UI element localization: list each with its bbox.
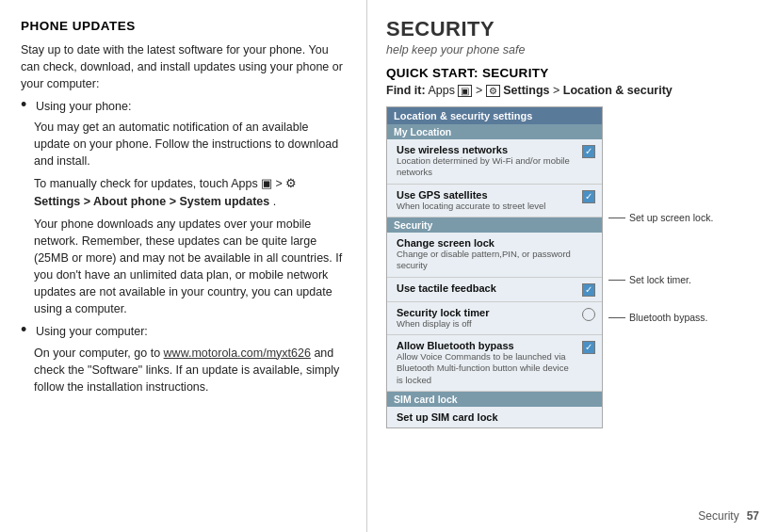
bullet1-sub2-end: .: [273, 195, 276, 208]
bullet-content-phone: Using your phone:: [36, 98, 346, 115]
settings-item-lock-timer[interactable]: Security lock timer When display is off: [387, 302, 602, 335]
item-screen-lock-text: Change screen lock Change or disable pat…: [397, 237, 595, 272]
bullet-content-computer: Using your computer:: [36, 323, 346, 340]
bullet1-sub2: To manually check for updates, touch App…: [34, 175, 346, 209]
item-lock-timer-text: Security lock timer When display is off: [397, 307, 576, 330]
bullet2-label: Using your computer:: [36, 325, 148, 338]
settings-panel: Location & security settings My Location…: [386, 106, 603, 428]
settings-icon-right: ⚙: [486, 85, 500, 97]
left-heading: PHONE UPDATES: [21, 17, 346, 36]
item-lock-timer-desc: When display is off: [397, 318, 576, 330]
item-bluetooth-text: Allow Bluetooth bypass Allow Voice Comma…: [397, 340, 576, 386]
item-wireless-checkbox[interactable]: [582, 145, 595, 158]
bullet-item-computer: • Using your computer:: [21, 323, 346, 340]
bullet1-sub1: You may get an automatic notification of…: [34, 119, 346, 169]
page-label: Security: [698, 509, 738, 523]
find-it-location: Location & security: [563, 84, 673, 97]
settings-item-bluetooth[interactable]: Allow Bluetooth bypass Allow Voice Comma…: [387, 335, 602, 392]
left-intro: Stay up to date with the latest software…: [21, 41, 346, 92]
callout-line2: [608, 280, 625, 281]
item-wireless-title: Use wireless networks: [397, 144, 576, 155]
item-bluetooth-desc: Allow Voice Commands to be launched via …: [397, 351, 576, 386]
callout-text-screen-lock: Set up screen lock.: [629, 212, 713, 223]
settings-item-sim-lock[interactable]: Set up SIM card lock: [387, 407, 602, 427]
item-tactile-text: Use tactile feedback: [397, 282, 576, 294]
quick-start-label: QUICK START: SECURITY: [386, 66, 759, 80]
item-bluetooth-checkbox[interactable]: [582, 341, 595, 354]
motorola-url[interactable]: www.motorola.com/myxt626: [164, 347, 311, 360]
callout-screen-lock: Set up screen lock.: [608, 212, 713, 223]
item-sim-lock-title: Set up SIM card lock: [397, 411, 595, 423]
settings-item-tactile[interactable]: Use tactile feedback: [387, 278, 602, 302]
item-wireless-desc: Location determined by Wi-Fi and/or mobi…: [397, 155, 576, 179]
item-sim-lock-text: Set up SIM card lock: [397, 411, 595, 423]
find-it-label: Find it:: [386, 84, 426, 97]
bullet1-label: Using your phone:: [36, 100, 131, 113]
callout-line1: [608, 218, 625, 218]
item-tactile-checkbox[interactable]: [582, 283, 595, 297]
find-it-text-apps: Apps: [428, 84, 455, 97]
callout-bluetooth-bypass: Bluetooth bypass.: [608, 312, 707, 323]
find-it-settings: Settings: [503, 84, 549, 97]
item-lock-timer-radio[interactable]: [582, 308, 595, 321]
item-screen-lock-desc: Change or disable pattern,PIN, or passwo…: [397, 249, 595, 272]
find-it-line: Find it: Apps ▣ > ⚙ Settings > Location …: [386, 84, 759, 97]
callout-lock-timer: Set lock timer.: [608, 274, 691, 285]
bullet-dot2: •: [21, 321, 32, 340]
find-it-arrow1: >: [476, 84, 482, 97]
settings-item-screen-lock[interactable]: Change screen lock Change or disable pat…: [387, 233, 602, 278]
bullet-item-phone: • Using your phone:: [21, 98, 346, 115]
bullet2-sub1-prefix: On your computer, go to: [34, 347, 160, 360]
apps-icon-inline: ▣: [261, 177, 275, 190]
item-gps-title: Use GPS satellites: [397, 189, 576, 201]
item-gps-text: Use GPS satellites When locating accurat…: [397, 189, 576, 212]
left-column: PHONE UPDATES Stay up to date with the l…: [0, 0, 366, 532]
settings-item-gps[interactable]: Use GPS satellites When locating accurat…: [387, 185, 602, 218]
settings-item-wireless[interactable]: Use wireless networks Location determine…: [387, 139, 602, 185]
item-bluetooth-title: Allow Bluetooth bypass: [397, 340, 576, 351]
item-wireless-text: Use wireless networks Location determine…: [397, 144, 576, 179]
item-lock-timer-title: Security lock timer: [397, 307, 576, 318]
item-gps-checkbox[interactable]: [582, 190, 595, 203]
item-screen-lock-title: Change screen lock: [397, 237, 595, 249]
callout-text-bluetooth: Bluetooth bypass.: [629, 312, 707, 323]
page-number: 57: [747, 509, 759, 523]
bullet1-sub3: Your phone downloads any updates over yo…: [34, 216, 346, 318]
item-gps-desc: When locating accurate to street level: [397, 201, 576, 212]
apps-icon: ▣: [458, 85, 472, 97]
bullet-dot: •: [21, 96, 32, 115]
bullet1-sub2-mid: >: [276, 177, 286, 190]
section-my-location: My Location: [387, 124, 602, 139]
bullet2-sub1: On your computer, go to www.motorola.com…: [34, 345, 346, 395]
section-subtitle: help keep your phone safe: [386, 43, 759, 56]
item-tactile-title: Use tactile feedback: [397, 282, 576, 294]
section-title: SECURITY: [386, 17, 759, 41]
find-it-arrow2: >: [553, 84, 559, 97]
section-security: Security: [387, 218, 602, 233]
callout-text-lock-timer: Set lock timer.: [629, 274, 691, 285]
settings-icon-inline: ⚙: [285, 177, 297, 190]
page-number-area: Security 57: [698, 509, 759, 523]
right-column: SECURITY help keep your phone safe QUICK…: [367, 0, 778, 532]
callout-line3: [608, 317, 625, 318]
bullet1-sub2-prefix: To manually check for updates, touch App…: [34, 177, 258, 190]
bullet1-sub2-bold: Settings > About phone > System updates: [34, 195, 269, 208]
section-sim-lock: SIM card lock: [387, 392, 602, 407]
settings-area: Location & security settings My Location…: [386, 106, 759, 428]
panel-header: Location & security settings: [387, 107, 602, 124]
